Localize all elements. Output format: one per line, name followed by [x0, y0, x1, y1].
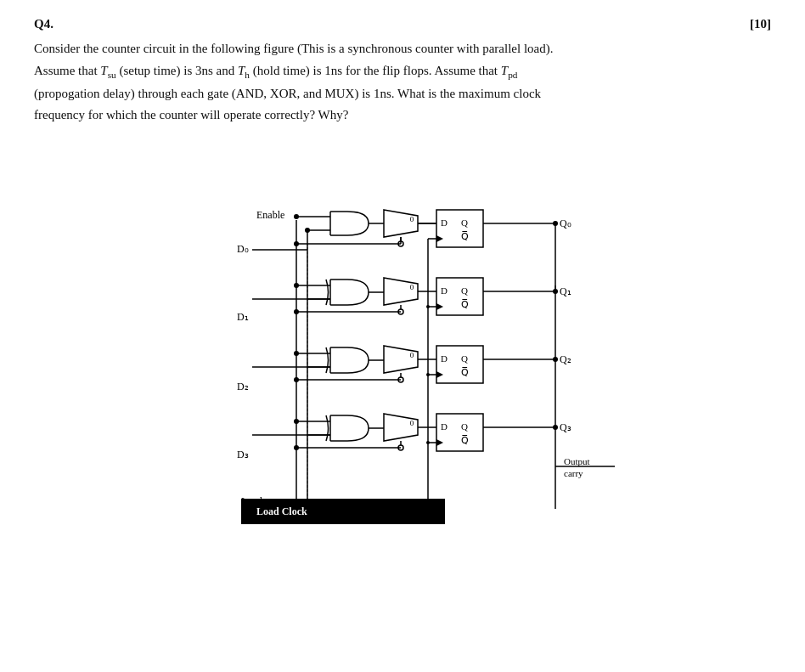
ff3-q-label: Q	[461, 421, 468, 432]
svg-point-42	[294, 351, 299, 356]
svg-rect-35	[436, 278, 483, 315]
mux2-label0: 0	[410, 351, 414, 359]
t-pd-sub: pd	[508, 70, 517, 80]
q3-output-label: Q₃	[560, 421, 571, 433]
t-su-sub: su	[108, 70, 116, 80]
ff0-q-label: Q	[461, 217, 468, 228]
t-su-italic: T	[100, 64, 107, 77]
q1-output-label: Q₁	[560, 285, 571, 297]
svg-point-70	[553, 425, 558, 430]
question-points: [10]	[750, 17, 771, 31]
ff2-qbar-label: Q̅	[461, 367, 469, 377]
ff0-qbar-label: Q̅	[461, 231, 469, 241]
mux1-label0: 0	[410, 283, 414, 291]
svg-point-92	[294, 309, 299, 314]
svg-point-88	[294, 241, 299, 246]
paragraph3: (propogation delay) through each gate (A…	[34, 83, 771, 105]
paragraph4: frequency for which the counter will ope…	[34, 104, 771, 127]
svg-rect-19	[436, 210, 483, 247]
ff3-d-label: D	[441, 421, 448, 432]
ff2-d-label: D	[441, 353, 448, 364]
t-pd-italic: T	[501, 64, 508, 77]
enable-label: Enable	[256, 209, 284, 221]
t-h-sub: h	[245, 70, 250, 80]
output-carry-label: Output	[564, 456, 590, 466]
svg-point-23	[553, 221, 558, 226]
svg-point-58	[294, 419, 299, 424]
q0-output-label: Q₀	[560, 217, 571, 229]
d0-label: D₀	[237, 243, 249, 255]
circuit-svg: Enable D₀ D₁ D₂ D₃ Load Clock	[165, 144, 640, 534]
d2-label: D₂	[237, 381, 249, 392]
mux3-label0: 0	[410, 419, 414, 427]
svg-point-79	[426, 373, 430, 376]
svg-point-78	[426, 305, 430, 308]
paragraph2: Assume that Tsu (setup time) is 3ns and …	[34, 60, 771, 83]
d1-label: D₁	[237, 311, 249, 323]
svg-point-96	[294, 445, 299, 450]
mux0-label0: 0	[410, 215, 414, 223]
ff1-d-label: D	[441, 285, 448, 296]
load-label-box: Load Clock	[256, 505, 307, 517]
question-number: Q4.	[34, 17, 53, 31]
svg-point-80	[426, 441, 430, 444]
ff0-d-label: D	[441, 217, 448, 228]
svg-point-94	[294, 377, 299, 382]
ff1-qbar-label: Q̅	[461, 299, 469, 309]
paragraph1: Consider the counter circuit in the foll…	[34, 38, 771, 60]
ff2-q-label: Q	[461, 353, 468, 364]
output-carry-label2: carry	[564, 468, 583, 478]
svg-rect-67	[436, 414, 483, 451]
ff1-q-label: Q	[461, 285, 468, 296]
svg-rect-51	[436, 346, 483, 383]
svg-point-54	[553, 357, 558, 362]
question-body: Consider the counter circuit in the foll…	[34, 38, 771, 127]
d3-label: D₃	[237, 449, 249, 460]
svg-point-10	[294, 214, 299, 219]
q2-output-label: Q₂	[560, 353, 571, 365]
svg-point-26	[294, 283, 299, 288]
circuit-diagram: Enable D₀ D₁ D₂ D₃ Load Clock	[34, 144, 771, 534]
ff3-qbar-label: Q̅	[461, 435, 469, 445]
